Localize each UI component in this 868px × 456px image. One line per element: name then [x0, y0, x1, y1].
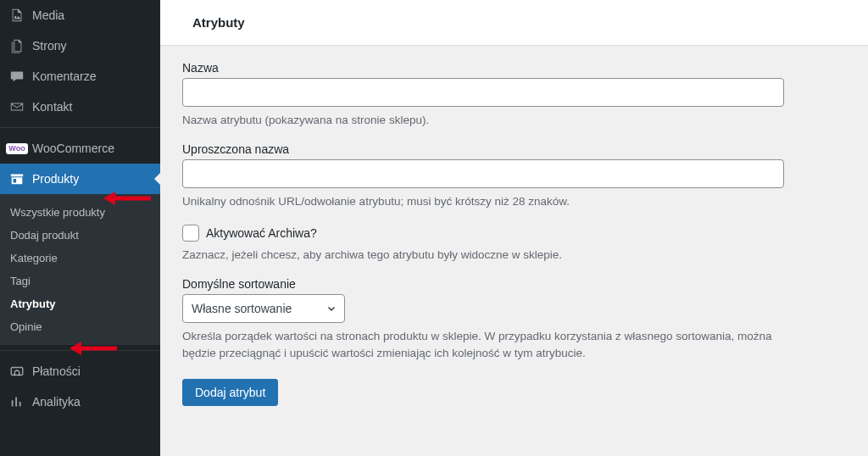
sort-selected-value: Własne sortowanie [192, 302, 292, 315]
sidebar-item-woocommerce[interactable]: Woo WooCommerce [0, 127, 160, 164]
mail-icon [8, 98, 25, 115]
sidebar-item-label: Komentarze [32, 70, 96, 83]
products-icon [8, 170, 25, 187]
sidebar-item-pages[interactable]: Strony [0, 31, 160, 61]
sidebar-item-label: Analityka [32, 395, 81, 409]
sort-help: Określa porządek wartości na stronach pr… [182, 328, 784, 363]
submenu-item-attributes[interactable]: Atrybuty [0, 292, 160, 315]
page-title: Atrybuty [160, 0, 868, 46]
sidebar-item-label: WooCommerce [32, 142, 114, 155]
sidebar-item-products[interactable]: Produkty [0, 164, 160, 194]
pages-icon [8, 37, 25, 54]
submenu-item-categories[interactable]: Kategorie [0, 247, 160, 270]
sidebar-item-contact[interactable]: Kontakt [0, 92, 160, 122]
sidebar-item-media[interactable]: Media [0, 0, 160, 31]
sidebar-item-label: Płatności [32, 364, 81, 378]
media-icon [8, 7, 25, 24]
slug-input[interactable] [182, 159, 784, 188]
comments-icon [8, 68, 25, 85]
woo-icon: Woo [8, 140, 25, 157]
name-input[interactable] [182, 78, 784, 107]
main-content: Atrybuty Nazwa Nazwa atrybutu (pokazywan… [160, 0, 868, 456]
analytics-icon [8, 393, 25, 410]
products-submenu: Wszystkie produkty Dodaj produkt Kategor… [0, 194, 160, 345]
name-help: Nazwa atrybutu (pokazywana na stronie sk… [182, 112, 784, 129]
sidebar-item-label: Media [32, 8, 64, 22]
sort-label: Domyślne sortowanie [182, 277, 846, 291]
chevron-down-icon [326, 303, 337, 314]
submenu-item-add-product[interactable]: Dodaj produkt [0, 224, 160, 247]
sidebar-item-analytics[interactable]: Analityka [0, 386, 160, 417]
svg-rect-1 [11, 368, 23, 375]
slug-label: Uproszczona nazwa [182, 142, 846, 156]
archive-label: Aktywować Archiwa? [206, 226, 317, 240]
sidebar-item-label: Produkty [32, 172, 79, 186]
archive-checkbox[interactable] [182, 225, 199, 242]
sidebar-item-comments[interactable]: Komentarze [0, 61, 160, 92]
sidebar-item-label: Strony [32, 39, 66, 53]
name-label: Nazwa [182, 61, 846, 75]
sidebar-item-payments[interactable]: Płatności [0, 350, 160, 386]
sidebar-item-label: Kontakt [32, 100, 72, 114]
payments-icon [8, 363, 25, 380]
add-attribute-button[interactable]: Dodaj atrybut [182, 379, 278, 406]
submenu-item-all-products[interactable]: Wszystkie produkty [0, 201, 160, 224]
submenu-item-tags[interactable]: Tagi [0, 270, 160, 292]
admin-sidebar: Media Strony Komentarze Kontakt [0, 0, 160, 456]
slug-help: Unikalny odnośnik URL/odwołanie atrybutu… [182, 193, 784, 210]
submenu-item-reviews[interactable]: Opinie [0, 315, 160, 338]
sort-select[interactable]: Własne sortowanie [182, 294, 345, 323]
archive-help: Zaznacz, jeżeli chcesz, aby archiwa tego… [182, 247, 784, 264]
